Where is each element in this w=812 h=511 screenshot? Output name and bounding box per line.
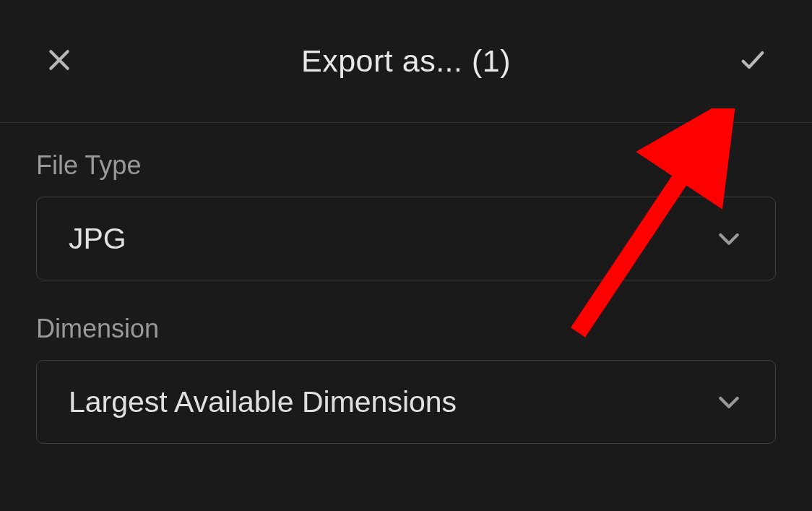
chevron-down-icon bbox=[714, 387, 743, 416]
close-button[interactable] bbox=[38, 40, 81, 83]
dimension-dropdown[interactable]: Largest Available Dimensions bbox=[36, 360, 776, 444]
chevron-down-icon bbox=[714, 224, 743, 253]
dialog-title: Export as... (1) bbox=[301, 43, 511, 79]
dialog-content: File Type JPG Dimension Largest Availabl… bbox=[0, 123, 812, 444]
dialog-header: Export as... (1) bbox=[0, 0, 812, 123]
close-icon bbox=[45, 46, 74, 77]
confirm-button[interactable] bbox=[731, 40, 774, 83]
dimension-value: Largest Available Dimensions bbox=[69, 385, 457, 419]
file-type-value: JPG bbox=[69, 222, 126, 256]
file-type-label: File Type bbox=[36, 150, 776, 181]
dimension-label: Dimension bbox=[36, 314, 776, 344]
checkmark-icon bbox=[738, 46, 767, 77]
file-type-dropdown[interactable]: JPG bbox=[36, 197, 776, 280]
